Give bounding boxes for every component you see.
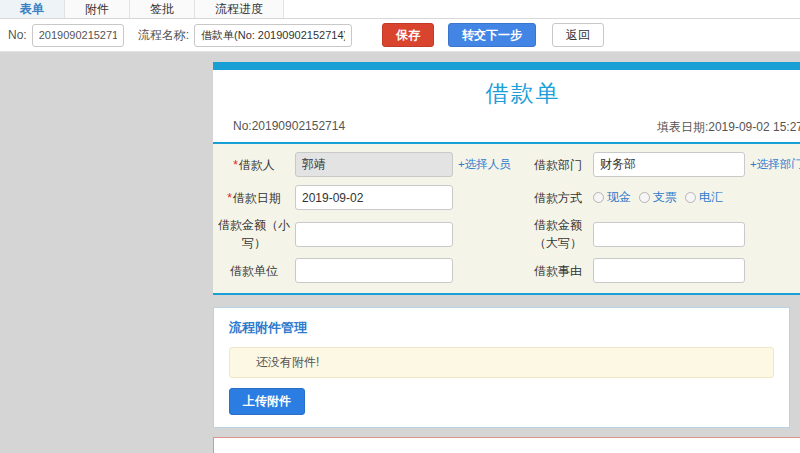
loan-reason-label: 借款事由: [523, 262, 593, 280]
tab-approval-label: 签批: [150, 1, 174, 18]
borrower-input[interactable]: [295, 152, 453, 177]
tab-form[interactable]: 表单: [0, 0, 65, 18]
tab-attachment-label: 附件: [85, 1, 109, 18]
field-borrower: *借款人 +选择人员: [213, 148, 523, 181]
radio-icon: [639, 192, 650, 203]
amount-uppercase-input[interactable]: [593, 222, 745, 247]
no-label: No:: [8, 28, 27, 42]
select-department-link[interactable]: +选择部门: [750, 158, 800, 170]
tab-form-label: 表单: [20, 1, 44, 18]
field-loan-unit: 借款单位: [213, 254, 523, 287]
tab-attachment[interactable]: 附件: [65, 0, 130, 18]
no-input[interactable]: [32, 24, 124, 47]
radio-icon: [593, 192, 604, 203]
borrower-label: *借款人: [213, 156, 295, 174]
field-amount-lowercase: 借款金额（小写）: [213, 214, 523, 254]
radio-cheque[interactable]: 支票: [639, 189, 677, 206]
save-button[interactable]: 保存: [382, 23, 434, 47]
field-loan-reason: 借款事由: [523, 254, 800, 287]
loan-method-label: 借款方式: [523, 189, 593, 207]
flow-name-label: 流程名称:: [138, 27, 189, 44]
doc-header: 借款单 No:20190902152714 填表日期:2019-09-02 15…: [213, 70, 800, 142]
radio-cash-label: 现金: [607, 189, 631, 206]
field-department: 借款部门 +选择部门: [523, 148, 800, 181]
department-label: 借款部门: [523, 156, 593, 174]
page-content: 借款单 No:20190902152714 填表日期:2019-09-02 15…: [0, 52, 800, 453]
tab-progress[interactable]: 流程进度: [195, 0, 284, 18]
upload-attachment-button[interactable]: 上传附件: [229, 388, 305, 415]
department-input[interactable]: [593, 152, 745, 177]
panel-accent-bar: [213, 62, 800, 70]
tab-approval[interactable]: 签批: [130, 0, 195, 18]
no-attachment-alert: 还没有附件!: [229, 347, 774, 378]
radio-icon: [685, 192, 696, 203]
radio-wire-label: 电汇: [699, 189, 723, 206]
field-amount-uppercase: 借款金额（大写）: [523, 214, 800, 254]
field-loan-method: 借款方式 现金 支票 电汇: [523, 181, 800, 214]
attachment-section-title: 流程附件管理: [229, 319, 774, 337]
action-toolbar: No: 流程名称: 保存 转交下一步 返回: [0, 19, 800, 52]
required-mark: *: [233, 158, 238, 172]
loan-unit-input[interactable]: [295, 258, 453, 283]
loan-method-radio-group: 现金 支票 电汇: [593, 189, 800, 206]
loan-form-panel: 借款单 No:20190902152714 填表日期:2019-09-02 15…: [213, 62, 800, 295]
attachment-panel: 流程附件管理 还没有附件! 上传附件: [213, 307, 790, 428]
tab-bar: 表单 附件 签批 流程进度: [0, 0, 800, 19]
amount-lowercase-label: 借款金额（小写）: [213, 216, 295, 252]
flow-name-input[interactable]: [194, 24, 352, 47]
radio-cash[interactable]: 现金: [593, 189, 631, 206]
approval-panel: 流程签批意见 B I abc: [213, 437, 800, 453]
doc-number: No:20190902152714: [233, 119, 345, 136]
loan-unit-label: 借款单位: [213, 262, 295, 280]
radio-cheque-label: 支票: [653, 189, 677, 206]
loan-reason-input[interactable]: [593, 258, 745, 283]
back-button[interactable]: 返回: [552, 23, 604, 47]
select-person-link[interactable]: +选择人员: [458, 158, 511, 170]
loan-date-label: *借款日期: [213, 189, 295, 207]
radio-wire[interactable]: 电汇: [685, 189, 723, 206]
tab-progress-label: 流程进度: [215, 1, 263, 18]
loan-form-grid: *借款人 +选择人员 借款部门 +选择部门 *借款日期 借款方式 现金: [213, 144, 800, 293]
amount-lowercase-input[interactable]: [295, 222, 453, 247]
forward-next-step-button[interactable]: 转交下一步: [448, 23, 536, 47]
divider: [213, 293, 800, 295]
loan-date-input[interactable]: [295, 185, 453, 210]
amount-uppercase-label: 借款金额（大写）: [523, 216, 593, 252]
doc-fill-date: 填表日期:2019-09-02 15:27:1: [657, 119, 800, 136]
required-mark: *: [227, 191, 232, 205]
field-loan-date: *借款日期: [213, 181, 523, 214]
page-title: 借款单: [233, 78, 800, 109]
